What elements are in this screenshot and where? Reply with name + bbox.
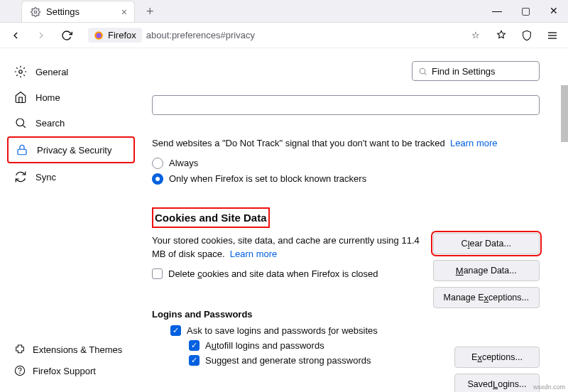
pocket-button[interactable] — [491, 26, 511, 45]
manage-exceptions-button[interactable]: Manage Exceptions... — [433, 287, 540, 308]
reload-button[interactable] — [57, 26, 77, 45]
main-panel: Find in Settings Send websites a "Do Not… — [142, 48, 568, 392]
sidebar-item-label: Sync — [36, 172, 56, 183]
checkbox-label: Delete cookies and site data when Firefo… — [168, 268, 378, 279]
checkbox-icon: ✓ — [170, 325, 181, 336]
previous-section-box — [152, 95, 540, 115]
maximize-button[interactable]: ▢ — [511, 0, 540, 22]
saved-logins-button[interactable]: Saved Logins... — [454, 374, 540, 392]
forward-button[interactable] — [31, 26, 51, 45]
cookies-desc: Your stored cookies, site data, and cach… — [152, 235, 420, 260]
cookie-buttons: Clear Data... Manage Data... Manage Exce… — [433, 233, 540, 308]
footer-label: Firefox Support — [33, 366, 96, 376]
tab-title: Settings — [46, 6, 80, 17]
sidebar-item-sync[interactable]: Sync — [7, 165, 135, 189]
close-icon[interactable]: × — [121, 6, 127, 18]
svg-point-7 — [16, 119, 24, 126]
sidebar-item-search[interactable]: Search — [7, 111, 135, 135]
watermark: wsxdn.com — [533, 383, 565, 391]
back-button[interactable] — [6, 26, 26, 45]
radio-icon — [152, 173, 163, 185]
svg-line-8 — [23, 125, 25, 127]
url-bar[interactable]: Firefox about:preferences#privacy ☆ — [82, 26, 486, 45]
svg-point-2 — [97, 33, 102, 38]
sidebar-item-label: Privacy & Security — [37, 145, 111, 156]
search-icon — [14, 116, 27, 129]
checkbox-label: Ask to save logins and passwords for web… — [187, 325, 378, 336]
identity-label: Firefox — [108, 30, 136, 40]
puzzle-icon — [14, 344, 26, 355]
gear-icon — [31, 7, 40, 17]
menu-button[interactable] — [542, 26, 562, 45]
svg-point-12 — [420, 68, 425, 74]
svg-rect-9 — [18, 149, 26, 155]
svg-point-11 — [20, 373, 21, 374]
svg-point-0 — [34, 11, 37, 13]
content: General Home Search Privacy & Security S… — [0, 48, 568, 392]
site-identity[interactable]: Firefox — [88, 28, 142, 43]
sidebar-item-label: Search — [36, 118, 65, 129]
help-icon — [14, 365, 26, 376]
dnt-learn-more[interactable]: Learn more — [450, 138, 497, 148]
toolbar: Firefox about:preferences#privacy ☆ — [0, 23, 568, 48]
sidebar-item-privacy[interactable]: Privacy & Security — [7, 136, 135, 163]
bookmark-star-icon[interactable]: ☆ — [471, 30, 480, 40]
gear-icon — [14, 65, 27, 78]
new-tab-button[interactable]: + — [141, 1, 160, 22]
sync-icon — [14, 170, 27, 183]
sidebar-item-home[interactable]: Home — [7, 85, 135, 109]
clear-data-button[interactable]: Clear Data... — [433, 233, 540, 254]
sidebar: General Home Search Privacy & Security S… — [0, 48, 142, 392]
search-placeholder: Find in Settings — [432, 66, 496, 77]
sidebar-item-label: Home — [36, 92, 60, 103]
checkbox-icon — [152, 268, 163, 279]
checkbox-label: Suggest and generate strong passwords — [205, 355, 371, 366]
browser-tab[interactable]: Settings × — [21, 1, 135, 22]
login-buttons: Exceptions... Saved Logins... — [454, 347, 540, 392]
logins-heading: Logins and Passwords — [152, 309, 540, 320]
titlebar: Settings × + — ▢ ✕ — [0, 0, 568, 23]
support-link[interactable]: Firefox Support — [7, 361, 135, 381]
footer-label: Extensions & Themes — [33, 344, 122, 355]
radio-label: Only when Firefox is set to block known … — [169, 173, 366, 184]
login-exceptions-button[interactable]: Exceptions... — [454, 347, 540, 368]
dnt-text: Send websites a "Do Not Track" signal th… — [152, 138, 445, 148]
dnt-blocking-radio[interactable]: Only when Firefox is set to block known … — [152, 173, 540, 185]
extensions-link[interactable]: Extensions & Themes — [7, 339, 135, 359]
dnt-always-radio[interactable]: Always — [152, 158, 540, 169]
radio-label: Always — [169, 158, 198, 168]
cookies-heading: Cookies and Site Data — [152, 207, 270, 228]
lock-icon — [16, 143, 28, 156]
dnt-section: Send websites a "Do Not Track" signal th… — [152, 136, 540, 185]
url-text: about:preferences#privacy — [146, 30, 467, 40]
ask-save-checkbox[interactable]: ✓Ask to save logins and passwords for we… — [170, 325, 540, 336]
shield-icon[interactable] — [517, 26, 537, 45]
checkbox-icon: ✓ — [189, 340, 200, 351]
search-icon — [418, 67, 427, 76]
svg-point-6 — [19, 70, 23, 74]
window-controls: — ▢ ✕ — [483, 0, 568, 22]
manage-data-button[interactable]: Manage Data... — [433, 260, 540, 281]
sidebar-item-general[interactable]: General — [7, 60, 135, 84]
settings-search[interactable]: Find in Settings — [412, 61, 540, 81]
radio-icon — [152, 158, 163, 169]
firefox-icon — [94, 31, 104, 40]
checkbox-label: Autofill logins and passwords — [205, 340, 324, 351]
checkbox-icon: ✓ — [189, 355, 200, 366]
svg-line-13 — [425, 72, 426, 74]
cookies-learn-more[interactable]: Learn more — [230, 249, 277, 259]
scrollbar[interactable] — [561, 85, 568, 142]
minimize-button[interactable]: — — [483, 0, 511, 22]
close-window-button[interactable]: ✕ — [540, 0, 568, 22]
sidebar-item-label: General — [36, 67, 68, 77]
home-icon — [14, 91, 27, 104]
